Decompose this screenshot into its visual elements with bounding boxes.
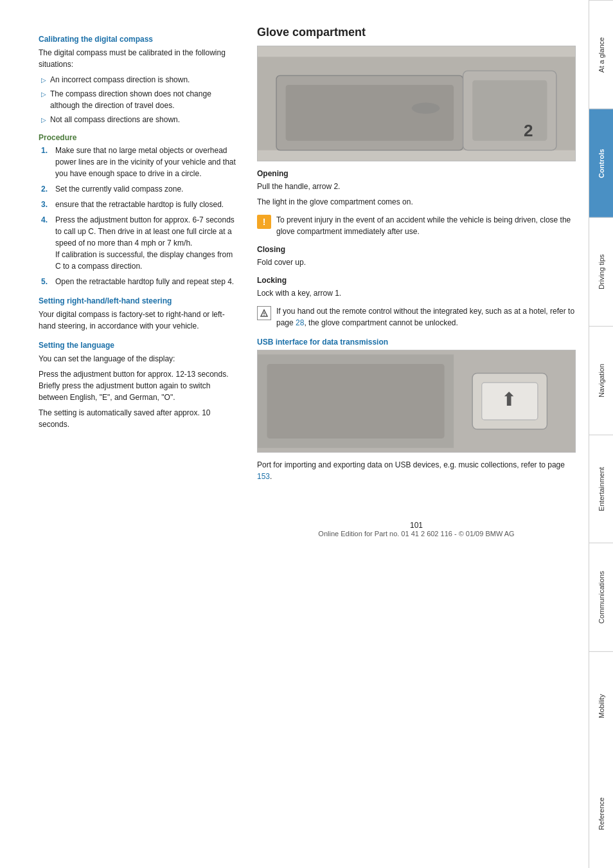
step-num-2: 2. bbox=[41, 183, 50, 195]
procedure-heading: Procedure bbox=[39, 133, 238, 142]
usb-image: ⬆ TY101H/094 bbox=[257, 350, 576, 453]
sidebar-item-driving-tips[interactable]: Driving tips bbox=[589, 217, 613, 326]
closing-text: Fold cover up. bbox=[257, 257, 576, 268]
sidebar-item-reference[interactable]: Reference bbox=[589, 760, 613, 868]
triangle-icon bbox=[260, 309, 269, 318]
note-box: If you hand out the remote control witho… bbox=[257, 305, 576, 329]
sidebar-label-driving-tips: Driving tips bbox=[598, 254, 605, 289]
step-1: 1. Make sure that no large metal objects… bbox=[41, 145, 238, 179]
usb-page-link[interactable]: 153 bbox=[257, 472, 270, 481]
step-text-3: ensure that the retractable hardtop is f… bbox=[55, 199, 224, 210]
page-container: Calibrating the digital compass The digi… bbox=[0, 0, 613, 868]
sidebar-label-mobility: Mobility bbox=[598, 694, 605, 718]
locking-text: Lock with a key, arrow 1. bbox=[257, 287, 576, 299]
bullet-text-3: Not all compass directions are shown. bbox=[50, 114, 180, 125]
language-text1: You can set the language of the display: bbox=[39, 353, 238, 365]
bullet-arrow-2: ▷ bbox=[41, 89, 46, 99]
sidebar-label-reference: Reference bbox=[598, 798, 605, 831]
steering-text: Your digital compass is factory-set to r… bbox=[39, 309, 238, 332]
step-text-1: Make sure that no large metal objects or… bbox=[55, 145, 238, 179]
step-5: 5. Open the retractable hardtop fully an… bbox=[41, 276, 238, 287]
sidebar-item-navigation[interactable]: Navigation bbox=[589, 326, 613, 435]
note-icon bbox=[257, 306, 271, 320]
svg-point-11 bbox=[263, 315, 264, 316]
right-column: Glove compartment 2 bbox=[257, 26, 576, 842]
sidebar-label-entertainment: Entertainment bbox=[598, 467, 605, 511]
procedure-list: 1. Make sure that no large metal objects… bbox=[41, 145, 238, 287]
bullet-item-3: ▷ Not all compass directions are shown. bbox=[41, 114, 238, 125]
step-num-1: 1. bbox=[41, 145, 50, 156]
locking-note: If you hand out the remote control witho… bbox=[276, 305, 576, 329]
sidebar-item-mobility[interactable]: Mobility bbox=[589, 651, 613, 760]
step-3: 3. ensure that the retractable hardtop i… bbox=[41, 199, 238, 210]
sidebar-label-at-a-glance: At a glance bbox=[598, 37, 605, 72]
glove-image: 2 TY101/003 bbox=[257, 46, 576, 161]
main-content: Calibrating the digital compass The digi… bbox=[0, 0, 589, 868]
svg-text:⬆: ⬆ bbox=[501, 389, 517, 410]
sidebar-label-controls: Controls bbox=[598, 149, 605, 177]
glove-image-placeholder: 2 TY101/003 bbox=[258, 46, 575, 161]
step-text-5: Open the retractable hardtop fully and r… bbox=[55, 276, 234, 287]
svg-text:2: 2 bbox=[524, 121, 533, 140]
opening-warning: To prevent injury in the event of an acc… bbox=[276, 214, 576, 237]
bullet-item-1: ▷ An incorrect compass direction is show… bbox=[41, 74, 238, 86]
page-footer-area: 101 Online Edition for Part no. 01 41 2 … bbox=[257, 508, 576, 544]
opening-text1: Pull the handle, arrow 2. bbox=[257, 181, 576, 192]
svg-point-6 bbox=[412, 103, 440, 114]
opening-heading: Opening bbox=[257, 169, 576, 178]
usb-image-placeholder: ⬆ TY101H/094 bbox=[258, 350, 575, 452]
usb-heading: USB interface for data transmission bbox=[257, 338, 576, 347]
language-heading: Setting the language bbox=[39, 341, 238, 350]
sidebar-item-communications[interactable]: Communications bbox=[589, 543, 613, 651]
bullet-arrow-3: ▷ bbox=[41, 115, 46, 125]
bullet-text-2: The compass direction shown does not cha… bbox=[50, 88, 238, 111]
usb-text: Port for importing and exporting data on… bbox=[257, 459, 576, 482]
svg-rect-14 bbox=[267, 364, 445, 439]
left-column: Calibrating the digital compass The digi… bbox=[39, 26, 238, 842]
sidebar: At a glance Controls Driving tips Naviga… bbox=[589, 0, 613, 868]
sidebar-item-at-a-glance[interactable]: At a glance bbox=[589, 0, 613, 109]
page-number: 101 bbox=[410, 521, 423, 530]
steering-heading: Setting right-hand/left-hand steering bbox=[39, 296, 238, 305]
bullet-item-2: ▷ The compass direction shown does not c… bbox=[41, 88, 238, 111]
sidebar-item-controls[interactable]: Controls bbox=[589, 109, 613, 217]
step-num-4: 4. bbox=[41, 214, 50, 226]
sidebar-item-entertainment[interactable]: Entertainment bbox=[589, 435, 613, 543]
locking-heading: Locking bbox=[257, 276, 576, 285]
step-4: 4. Press the adjustment button for appro… bbox=[41, 214, 238, 272]
locking-note-link[interactable]: 28 bbox=[296, 318, 304, 327]
footer-text: Online Edition for Part no. 01 41 2 602 … bbox=[318, 530, 514, 538]
sidebar-label-communications: Communications bbox=[598, 571, 605, 624]
warning-icon: ! bbox=[257, 215, 271, 229]
usb-svg: ⬆ TY101H/094 bbox=[258, 350, 575, 452]
step-text-4: Press the adjustment button for approx. … bbox=[55, 214, 238, 272]
glove-svg: 2 TY101/003 bbox=[258, 46, 575, 161]
svg-rect-5 bbox=[472, 80, 547, 141]
page-footer: 101 Online Edition for Part no. 01 41 2 … bbox=[257, 508, 576, 544]
opening-text2: The light in the glove compartment comes… bbox=[257, 196, 576, 208]
step-num-3: 3. bbox=[41, 199, 50, 210]
calibrating-heading: Calibrating the digital compass bbox=[39, 35, 238, 44]
sidebar-label-navigation: Navigation bbox=[598, 364, 605, 397]
glove-heading: Glove compartment bbox=[257, 26, 576, 39]
warning-box: ! To prevent injury in the event of an a… bbox=[257, 214, 576, 237]
step-text-2: Set the currently valid compass zone. bbox=[55, 183, 183, 195]
step-num-5: 5. bbox=[41, 276, 50, 287]
bullet-text-1: An incorrect compass direction is shown. bbox=[50, 74, 190, 86]
language-text2: Press the adjustment button for approx. … bbox=[39, 368, 238, 403]
calibrating-intro: The digital compass must be calibrated i… bbox=[39, 47, 238, 70]
bullet-arrow-1: ▷ bbox=[41, 75, 46, 85]
closing-heading: Closing bbox=[257, 245, 576, 254]
calibrating-bullets: ▷ An incorrect compass direction is show… bbox=[41, 74, 238, 125]
language-text3: The setting is automatically saved after… bbox=[39, 407, 238, 430]
step-2: 2. Set the currently valid compass zone. bbox=[41, 183, 238, 195]
